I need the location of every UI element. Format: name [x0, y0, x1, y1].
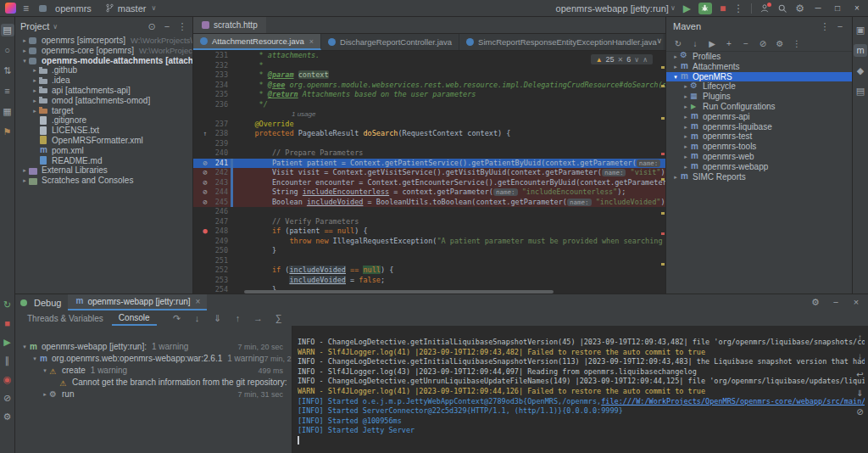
project-tree-item[interactable]: ▸api [attachments-api]: [15, 86, 192, 96]
hide-panel-icon[interactable]: −: [835, 20, 845, 33]
code-line[interactable]: 233 * @param context: [193, 70, 665, 81]
minimize-panel-icon[interactable]: −: [829, 296, 843, 309]
maven-tree-item[interactable]: ▸Run Configurations: [666, 102, 852, 112]
evaluate-expression-icon[interactable]: ∑: [272, 312, 286, 325]
code-line[interactable]: ⊘242 Visit visit = Context.getVisitServi…: [193, 168, 665, 178]
code-line[interactable]: 252 if (includeVoided == null) {: [193, 266, 665, 276]
project-selector[interactable]: openmrs: [36, 3, 95, 14]
maven-tool-icon[interactable]: m: [854, 44, 867, 57]
maven-settings-icon[interactable]: ⚙: [775, 37, 785, 50]
tab-overflow-chevron-icon[interactable]: ∨: [656, 36, 662, 45]
run-button[interactable]: ▶: [683, 0, 691, 17]
console[interactable]: INFO - ChangeLogDetective.getInitialLiqu…: [292, 326, 868, 453]
code-line[interactable]: ↑238 protected PageableResult doSearch(R…: [193, 129, 665, 139]
code-line[interactable]: 236 */: [193, 100, 665, 110]
pull-requests-icon[interactable]: ⇅: [1, 64, 14, 77]
code-line[interactable]: 247 // Verify Parameters: [193, 217, 665, 227]
maven-tree-item[interactable]: ▸Attachments: [666, 62, 852, 72]
close-button[interactable]: ×: [851, 3, 863, 13]
muted-breakpoint-icon[interactable]: ⊘: [200, 178, 210, 188]
debug-tree-item[interactable]: Cannot get the branch information from t…: [15, 377, 292, 389]
code-line[interactable]: 234 * @see org.openmrs.module.webservice…: [193, 81, 665, 91]
prev-occurrence-icon[interactable]: ↑: [854, 331, 865, 344]
maven-tree-item[interactable]: ▸Plugins: [666, 92, 852, 102]
minimize-button[interactable]: ─: [812, 3, 824, 13]
app-logo-icon[interactable]: [5, 3, 16, 14]
debug-button[interactable]: [698, 3, 712, 14]
code-line[interactable]: ●248 if (patient == null) {: [193, 226, 665, 237]
settings-icon[interactable]: ⚙: [795, 0, 804, 17]
services-icon[interactable]: ▦: [1, 105, 14, 118]
code-line[interactable]: 239: [193, 139, 665, 149]
tool-options-icon[interactable]: ⋮: [820, 20, 830, 33]
code-line[interactable]: 237 @Override: [193, 120, 665, 130]
file-link[interactable]: file:///W:/WorkProjects/OpenMRS/openmrs-…: [601, 397, 865, 405]
debug-subtab[interactable]: Threads & Variables: [20, 310, 110, 326]
code-area[interactable]: 231 * attachments.232 *233 * @param cont…: [193, 51, 665, 294]
inspections-widget[interactable]: ▲ 25 ✕ 6 ∨ ∧: [590, 53, 654, 65]
maven-tree-item[interactable]: ▸openmrs-web: [666, 152, 852, 162]
gradle-tool-icon[interactable]: ◆: [854, 64, 867, 77]
editor-tab[interactable]: DischargeReportController.java: [321, 34, 459, 50]
more-icon[interactable]: ⋮: [177, 20, 187, 33]
step-into-icon[interactable]: ↓: [191, 312, 204, 325]
project-tree-item[interactable]: LICENSE.txt: [15, 126, 192, 136]
more-actions-icon[interactable]: ⋮: [733, 0, 743, 17]
main-menu-icon[interactable]: ≡: [23, 0, 29, 17]
next-problem-icon[interactable]: ∨: [634, 56, 639, 64]
code-line[interactable]: 246: [193, 207, 665, 217]
view-breakpoints-icon[interactable]: ◉: [1, 373, 14, 386]
maximize-button[interactable]: □: [832, 3, 843, 13]
breakpoint-icon[interactable]: ●: [200, 226, 210, 237]
rerun-icon[interactable]: ↻: [1, 299, 14, 311]
project-tree-item[interactable]: .gitignore: [15, 115, 192, 126]
clear-console-icon[interactable]: ⊘: [854, 405, 865, 418]
mute-breakpoints-icon[interactable]: ⊘: [1, 392, 14, 405]
close-tab-icon[interactable]: ×: [196, 297, 201, 306]
code-line[interactable]: 251: [193, 256, 665, 266]
bookmarks-icon[interactable]: ⚑: [1, 126, 14, 138]
project-panel-title[interactable]: Project: [20, 21, 49, 31]
code-line[interactable]: 235 * @return Attachments based on the u…: [193, 90, 665, 100]
close-tab-icon[interactable]: ×: [309, 37, 314, 46]
project-tree-item[interactable]: README.md: [15, 156, 192, 166]
database-tool-icon[interactable]: ▤: [854, 85, 867, 98]
maven-tree-item[interactable]: ▾OpenMRS: [666, 72, 852, 82]
maven-tree-item[interactable]: ▸Profiles: [666, 52, 852, 62]
chevron-down-icon[interactable]: ∨: [53, 23, 58, 31]
project-tree-item[interactable]: ▾openmrs-module-attachments [attachments…: [15, 56, 192, 66]
close-panel-icon[interactable]: ×: [849, 296, 863, 309]
project-tree-item[interactable]: ▸omod [attachments-omod]: [15, 96, 192, 106]
project-tree-item[interactable]: ▸.idea: [15, 76, 192, 86]
run-config-selector[interactable]: openmrs-webapp [jetty:run] ∨: [556, 3, 676, 14]
maven-tree-item[interactable]: ▸Lifecycle: [666, 81, 852, 92]
step-out-icon[interactable]: ↑: [231, 312, 245, 325]
debug-settings-icon[interactable]: ⚙: [1, 411, 14, 423]
notifications-icon[interactable]: ▣: [854, 24, 867, 36]
soft-wrap-icon[interactable]: ↩: [854, 368, 865, 381]
structure-icon[interactable]: ≡: [1, 85, 14, 98]
maven-tree-item[interactable]: ▸SIMC Reports: [666, 172, 852, 182]
debug-tree-item[interactable]: ▾create1 warning499 ms: [15, 365, 292, 377]
project-tree-item[interactable]: ▸openmrs [simcreports]W:\WorkProjects\Op…: [15, 36, 192, 46]
maven-tree-item[interactable]: ▸openmrs-tools: [666, 142, 852, 152]
debug-panel-title[interactable]: Debug: [34, 298, 61, 308]
override-marker-icon[interactable]: ↑: [200, 129, 210, 139]
prev-problem-icon[interactable]: ∧: [643, 56, 648, 64]
step-over-icon[interactable]: ↷: [170, 312, 184, 325]
offline-mode-icon[interactable]: ⊘: [758, 37, 768, 50]
editor-tab[interactable]: SimcReportResponseEntityExceptionHandler…: [459, 34, 665, 50]
resume-icon[interactable]: ▶: [1, 336, 14, 349]
debug-tree-item[interactable]: ▾org.openmrs.web:openmrs-webapp:war:2.6.…: [15, 353, 292, 365]
expand-all-icon[interactable]: +: [724, 37, 734, 50]
stop-icon[interactable]: ■: [1, 317, 14, 330]
editor-tab[interactable]: AttachmentResource.java×: [193, 34, 321, 50]
project-tree-item[interactable]: ▸target: [15, 106, 192, 116]
code-line[interactable]: 249 throw new IllegalRequestException("A…: [193, 237, 665, 247]
collapse-all-icon[interactable]: −: [741, 37, 751, 50]
project-tree-item[interactable]: ▸External Libraries: [15, 165, 192, 176]
code-line[interactable]: ⊘245 Boolean includeVoided = BooleanUtil…: [193, 198, 665, 208]
maven-tree-item[interactable]: ▸openmrs-liquibase: [666, 122, 852, 132]
code-line[interactable]: ⊘241 Patient patient = Context.getPatien…: [193, 159, 665, 169]
muted-breakpoint-icon[interactable]: ⊘: [200, 187, 210, 198]
